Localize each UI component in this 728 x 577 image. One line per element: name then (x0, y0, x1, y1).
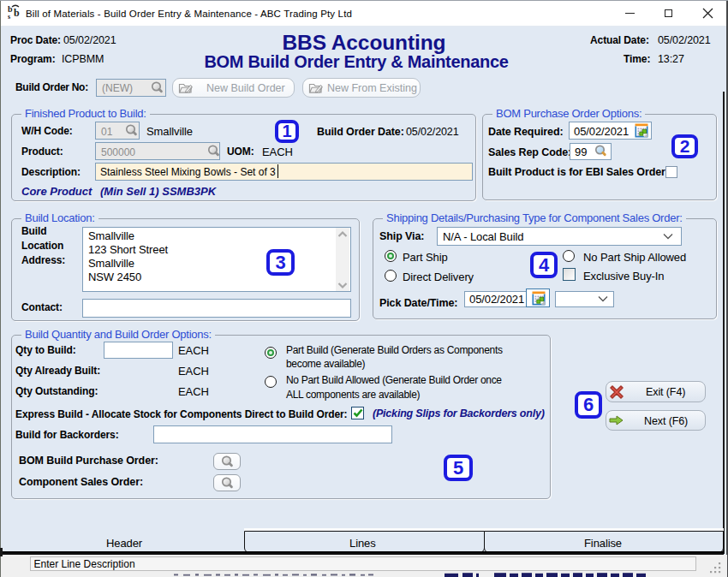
svg-text:b: b (14, 7, 20, 19)
svg-text:s: s (8, 13, 10, 21)
